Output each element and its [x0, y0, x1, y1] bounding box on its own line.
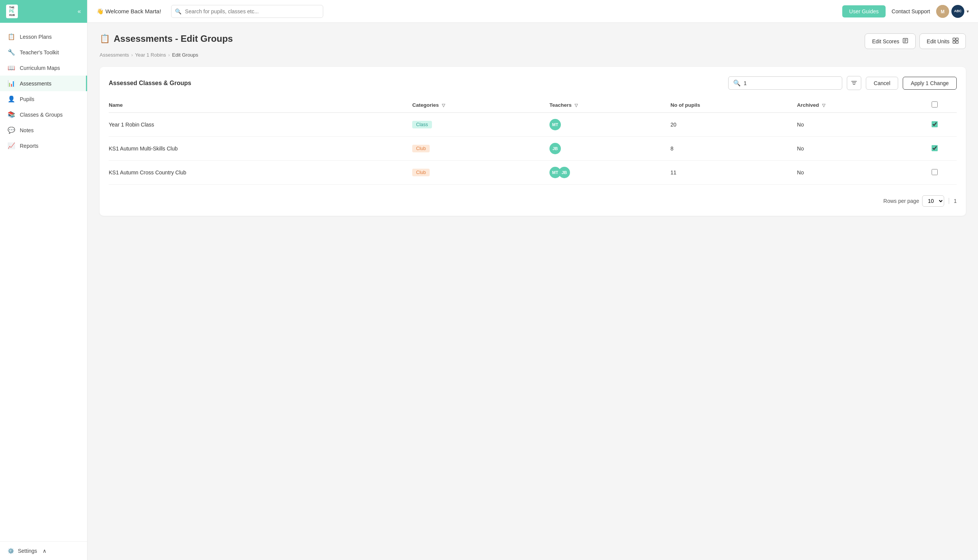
avatar-area[interactable]: M ABC ▾ [936, 5, 969, 18]
sidebar-item-classes-groups[interactable]: 📚 Classes & Groups [0, 107, 87, 122]
cell-archived: No [797, 161, 917, 185]
cell-checkbox [917, 161, 957, 185]
page-header: 📋 Assessments - Edit Groups Edit Scores … [100, 33, 966, 49]
breadcrumb: Assessments › Year 1 Robins › Edit Group… [100, 52, 966, 58]
breadcrumb-sep-2: › [169, 52, 170, 58]
cell-archived: No [797, 137, 917, 161]
cancel-button[interactable]: Cancel [866, 77, 899, 90]
header-actions: Edit Scores Edit Units [865, 33, 966, 49]
row-checkbox[interactable] [931, 121, 938, 127]
table-search-icon: 🔍 [733, 79, 741, 87]
edit-units-button[interactable]: Edit Units [919, 33, 966, 49]
cell-name: KS1 Autumn Cross Country Club [109, 161, 412, 185]
search-input[interactable] [171, 5, 323, 18]
page-title-area: 📋 Assessments - Edit Groups [100, 33, 233, 44]
groups-table: Name Categories ▽ Teachers ▽ No of pupil… [109, 98, 957, 185]
sort-filter-button[interactable] [847, 76, 861, 90]
curriculum-maps-icon: 📖 [8, 64, 15, 72]
collapse-sidebar-button[interactable]: « [78, 8, 81, 15]
sidebar-nav: 📋 Lesson Plans 🔧 Teacher's Toolkit 📖 Cur… [0, 23, 87, 542]
col-teachers: Teachers ▽ [550, 98, 670, 113]
rows-per-page-select[interactable]: 10 25 50 [922, 195, 944, 207]
pagination: Rows per page 10 25 50 1 [109, 195, 957, 207]
cell-category: Class [412, 113, 550, 137]
cell-no-of-pupils: 8 [670, 137, 797, 161]
table-row: KS1 Autumn Multi-Skills ClubClubJB8No [109, 137, 957, 161]
cell-teachers: MTJB [550, 161, 670, 185]
reports-icon: 📈 [8, 142, 15, 149]
sidebar-bottom: ⚙️ Settings ∧ [0, 542, 87, 560]
sidebar-item-teachers-toolkit[interactable]: 🔧 Teacher's Toolkit [0, 45, 87, 60]
search-icon: 🔍 [175, 8, 181, 15]
avatar: M [936, 5, 949, 18]
page-content: 📋 Assessments - Edit Groups Edit Scores … [87, 23, 978, 560]
table-search-input[interactable] [744, 80, 837, 86]
sidebar-item-lesson-plans[interactable]: 📋 Lesson Plans [0, 29, 87, 45]
welcome-message: 👋 Welcome Back Marta! [97, 8, 161, 15]
main: 👋 Welcome Back Marta! 🔍 User Guides Cont… [87, 0, 978, 560]
table-section-title: Assessed Classes & Groups [109, 80, 191, 87]
sidebar-item-curriculum-maps[interactable]: 📖 Curriculum Maps [0, 60, 87, 76]
col-name: Name [109, 98, 412, 113]
breadcrumb-year1robins[interactable]: Year 1 Robins [135, 52, 166, 58]
page-title: Assessments - Edit Groups [114, 33, 233, 44]
edit-units-label: Edit Units [927, 38, 950, 45]
sidebar-item-pupils[interactable]: 👤 Pupils [0, 91, 87, 107]
row-checkbox[interactable] [931, 169, 938, 175]
classes-groups-icon: 📚 [8, 111, 15, 118]
archived-filter-icon[interactable]: ▽ [822, 103, 825, 108]
settings-icon: ⚙️ [8, 548, 14, 554]
select-all-checkbox[interactable] [931, 102, 938, 108]
assessments-icon: 📊 [8, 80, 15, 87]
cell-no-of-pupils: 20 [670, 113, 797, 137]
sidebar-item-notes[interactable]: 💬 Notes [0, 122, 87, 138]
notes-icon: 💬 [8, 127, 15, 134]
page-title-icon: 📋 [100, 34, 110, 44]
sidebar-item-label: Lesson Plans [20, 34, 52, 40]
col-select-all [917, 98, 957, 113]
table-row: Year 1 Robin ClassClassMT20No [109, 113, 957, 137]
sidebar-item-label: Reports [20, 143, 38, 149]
user-guides-button[interactable]: User Guides [842, 5, 886, 17]
apply-changes-button[interactable]: Apply 1 Change [903, 77, 957, 90]
rows-per-page: Rows per page 10 25 50 [883, 195, 944, 207]
category-badge: Class [412, 121, 431, 128]
sidebar-item-label: Classes & Groups [20, 112, 63, 118]
teacher-avatar: MT [550, 119, 561, 130]
edit-scores-icon [902, 38, 908, 45]
row-checkbox[interactable] [931, 145, 938, 151]
col-no-of-pupils: No of pupils [670, 98, 797, 113]
categories-filter-icon[interactable]: ▽ [442, 103, 445, 108]
topbar: 👋 Welcome Back Marta! 🔍 User Guides Cont… [87, 0, 978, 23]
teachers-filter-icon[interactable]: ▽ [575, 103, 578, 108]
breadcrumb-assessments[interactable]: Assessments [100, 52, 129, 58]
edit-scores-button[interactable]: Edit Scores [865, 33, 916, 49]
sidebar-logo: THE PE HUB « [0, 0, 87, 23]
teacher-avatar: JB [558, 167, 570, 178]
school-badge: ABC [951, 5, 964, 18]
col-archived: Archived ▽ [797, 98, 917, 113]
sidebar-item-label: Assessments [20, 80, 51, 87]
page-number: 1 [949, 198, 957, 204]
cell-archived: No [797, 113, 917, 137]
cell-teachers: MT [550, 113, 670, 137]
sidebar-item-reports[interactable]: 📈 Reports [0, 138, 87, 153]
cell-name: Year 1 Robin Class [109, 113, 412, 137]
svg-rect-7 [956, 38, 958, 40]
teachers-toolkit-icon: 🔧 [8, 48, 15, 56]
sidebar-item-label: Notes [20, 127, 34, 133]
table-card: Assessed Classes & Groups 🔍 Cancel Apply… [100, 67, 966, 216]
logo: THE PE HUB [6, 5, 18, 18]
svg-text:M: M [941, 9, 945, 15]
breadcrumb-current: Edit Groups [172, 52, 199, 58]
category-badge: Club [412, 169, 430, 176]
cell-teachers: JB [550, 137, 670, 161]
sidebar-item-assessments[interactable]: 📊 Assessments [0, 76, 87, 91]
contact-support-link[interactable]: Contact Support [892, 8, 930, 15]
rows-per-page-label: Rows per page [883, 198, 919, 204]
settings-chevron-icon: ∧ [43, 548, 47, 554]
edit-units-icon [953, 38, 959, 45]
settings-item[interactable]: ⚙️ Settings ∧ [8, 548, 79, 554]
category-badge: Club [412, 145, 430, 152]
svg-rect-6 [953, 38, 955, 40]
